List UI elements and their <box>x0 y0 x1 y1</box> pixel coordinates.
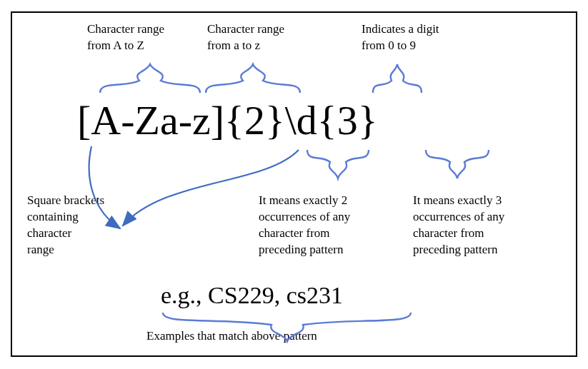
label-brackets: Square bracketscontainingcharacterrange <box>27 193 141 258</box>
text: [A-Za-z]{2}\d{3} <box>77 97 378 143</box>
text: e.g., CS229, cs231 <box>161 282 343 308</box>
text: Examples that match above pattern <box>146 329 317 343</box>
text: Indicates a digitfrom 0 to 9 <box>362 22 439 52</box>
text: Character rangefrom a to z <box>207 22 284 52</box>
text: Character rangefrom A to Z <box>87 22 164 52</box>
regex-pattern: [A-Za-z]{2}\d{3} <box>77 96 378 144</box>
label-digit: Indicates a digitfrom 0 to 9 <box>362 21 490 54</box>
label-quant2: It means exactly 2occurrences of anychar… <box>259 193 402 258</box>
examples-caption: Examples that match above pattern <box>146 328 317 345</box>
text: Square bracketscontainingcharacterrange <box>27 193 104 256</box>
label-upper-range: Character rangefrom A to Z <box>87 21 209 54</box>
examples-text: e.g., CS229, cs231 <box>161 282 343 309</box>
label-lower-range: Character rangefrom a to z <box>207 21 329 54</box>
label-quant3: It means exactly 3occurrences of anychar… <box>413 193 556 258</box>
text: It means exactly 2occurrences of anychar… <box>259 193 350 256</box>
text: It means exactly 3occurrences of anychar… <box>413 193 504 256</box>
